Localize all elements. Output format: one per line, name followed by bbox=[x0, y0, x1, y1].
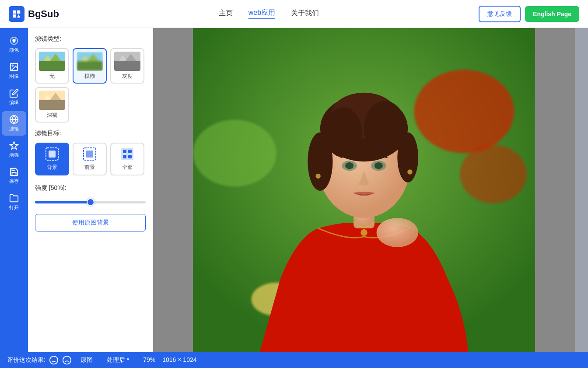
sidebar-item-enhance[interactable]: 增强 bbox=[2, 137, 26, 162]
filter-label-huidu: 灰度 bbox=[122, 73, 133, 80]
filter-label-shenhe: 深褐 bbox=[47, 112, 57, 119]
filter-thumb-shenhe bbox=[39, 91, 65, 110]
intensity-slider[interactable] bbox=[35, 201, 146, 203]
filter-type-label: 滤镜类型: bbox=[35, 35, 146, 43]
filter-label-wu: 无 bbox=[49, 73, 55, 80]
filter-card-shenhe[interactable]: 深褐 bbox=[35, 87, 69, 123]
all-target-icon bbox=[120, 147, 134, 161]
sidebar-label-save: 保存 bbox=[9, 178, 19, 185]
svg-point-50 bbox=[345, 162, 354, 169]
svg-rect-17 bbox=[114, 61, 140, 71]
svg-point-57 bbox=[63, 356, 71, 364]
logo[interactable]: BgSub bbox=[9, 6, 59, 22]
filter-thumb-huidu-svg bbox=[114, 52, 140, 71]
svg-rect-27 bbox=[86, 151, 93, 158]
canvas-image bbox=[193, 28, 535, 352]
edit-icon bbox=[9, 88, 19, 98]
svg-point-52 bbox=[360, 229, 367, 236]
filter-thumb-mohu bbox=[77, 52, 103, 71]
target-label-all: 全部 bbox=[122, 164, 133, 171]
filter-card-mohu[interactable]: 模糊 bbox=[73, 48, 107, 84]
filter-thumb-wu bbox=[39, 52, 65, 71]
sidebar-item-open[interactable]: 打开 bbox=[2, 190, 26, 214]
filter-thumb-mohu-svg bbox=[77, 52, 103, 71]
svg-point-46 bbox=[308, 132, 332, 191]
svg-point-35 bbox=[460, 145, 527, 203]
target-label-background: 背景 bbox=[47, 164, 57, 171]
enhance-icon bbox=[9, 141, 19, 151]
filter-thumb-wu-svg bbox=[39, 52, 65, 71]
filter-target-grid: 背景 前景 全部 bbox=[35, 143, 146, 175]
svg-point-2 bbox=[15, 39, 17, 40]
sidebar-label-color: 颜色 bbox=[9, 47, 19, 53]
statusbar: 评价这次结果: 原图 处理后 * 79% 1016 × 1024 bbox=[0, 352, 588, 368]
english-page-button[interactable]: English Page bbox=[525, 6, 579, 22]
filter-label-mohu: 模糊 bbox=[84, 73, 95, 80]
sidebar-label-image: 图像 bbox=[9, 73, 19, 80]
svg-point-36 bbox=[193, 120, 276, 187]
status-zoom: 79% bbox=[143, 356, 155, 364]
logo-text: BgSub bbox=[28, 8, 59, 20]
target-label-foreground: 前景 bbox=[84, 164, 95, 171]
main-layout: 颜色 图像 编辑 滤镜 bbox=[0, 28, 588, 352]
background-target-icon bbox=[45, 147, 59, 161]
panel: 滤镜类型: 无 bbox=[28, 28, 153, 352]
image-icon bbox=[9, 62, 19, 72]
svg-point-53 bbox=[377, 218, 418, 247]
svg-point-1 bbox=[12, 39, 14, 40]
nav-about[interactable]: 关于我们 bbox=[291, 9, 319, 19]
color-icon bbox=[9, 36, 19, 46]
status-dimensions: 1016 × 1024 bbox=[162, 356, 196, 364]
filter-card-wu[interactable]: 无 bbox=[35, 48, 69, 84]
svg-rect-9 bbox=[39, 61, 65, 71]
status-processed[interactable]: 处理后 * bbox=[107, 356, 129, 364]
sidebar-label-edit: 编辑 bbox=[9, 99, 19, 106]
sidebar-item-filter[interactable]: 滤镜 bbox=[2, 111, 26, 136]
svg-rect-31 bbox=[123, 155, 126, 158]
svg-point-47 bbox=[397, 132, 418, 182]
statusbar-rating: 评价这次结果: bbox=[7, 355, 72, 365]
thumbs-up-icon[interactable] bbox=[49, 355, 59, 365]
use-original-button[interactable]: 使用原图背景 bbox=[35, 214, 146, 231]
header: BgSub 主页 web应用 关于我们 意见反馈 English Page bbox=[0, 0, 588, 28]
svg-point-51 bbox=[374, 162, 383, 169]
intensity-label: 强度 [50%]: bbox=[35, 184, 146, 192]
logo-svg bbox=[12, 9, 21, 19]
svg-rect-21 bbox=[39, 100, 65, 110]
open-icon bbox=[9, 193, 19, 203]
filter-icon bbox=[9, 115, 19, 124]
right-panel bbox=[575, 28, 588, 352]
nav-home[interactable]: 主页 bbox=[219, 9, 233, 19]
svg-rect-28 bbox=[121, 148, 133, 160]
thumbs-down-icon[interactable] bbox=[62, 355, 72, 365]
svg-marker-7 bbox=[10, 142, 18, 149]
rating-label: 评价这次结果: bbox=[7, 356, 46, 364]
sidebar-item-save[interactable]: 保存 bbox=[2, 164, 26, 188]
svg-rect-30 bbox=[128, 150, 132, 153]
filter-type-grid: 无 模糊 bbox=[35, 48, 146, 123]
sidebar-item-color[interactable]: 颜色 bbox=[2, 32, 26, 57]
target-card-background[interactable]: 背景 bbox=[35, 143, 69, 175]
svg-rect-29 bbox=[123, 150, 126, 153]
filter-card-huidu[interactable]: 灰度 bbox=[110, 48, 144, 84]
svg-point-5 bbox=[12, 65, 13, 66]
target-card-all[interactable]: 全部 bbox=[110, 143, 144, 175]
nav-webapp[interactable]: web应用 bbox=[248, 8, 275, 19]
target-card-foreground[interactable]: 前景 bbox=[73, 143, 107, 175]
svg-point-56 bbox=[50, 356, 58, 364]
svg-point-34 bbox=[414, 70, 514, 153]
status-original[interactable]: 原图 bbox=[80, 356, 93, 364]
sidebar-item-edit[interactable]: 编辑 bbox=[2, 85, 26, 109]
sidebar-item-image[interactable]: 图像 bbox=[2, 59, 26, 83]
sidebar-label-enhance: 增强 bbox=[9, 152, 19, 158]
svg-point-3 bbox=[13, 42, 15, 43]
nav: 主页 web应用 关于我们 bbox=[219, 8, 319, 19]
filter-thumb-huidu bbox=[114, 52, 140, 71]
svg-rect-32 bbox=[128, 155, 132, 158]
feedback-button[interactable]: 意见反馈 bbox=[479, 6, 521, 22]
statusbar-info: 原图 处理后 * 79% 1016 × 1024 bbox=[80, 356, 197, 364]
header-actions: 意见反馈 English Page bbox=[479, 6, 579, 22]
foreground-target-icon bbox=[83, 147, 97, 161]
sidebar-label-filter: 滤镜 bbox=[9, 126, 19, 132]
sidebar-label-open: 打开 bbox=[9, 204, 19, 211]
